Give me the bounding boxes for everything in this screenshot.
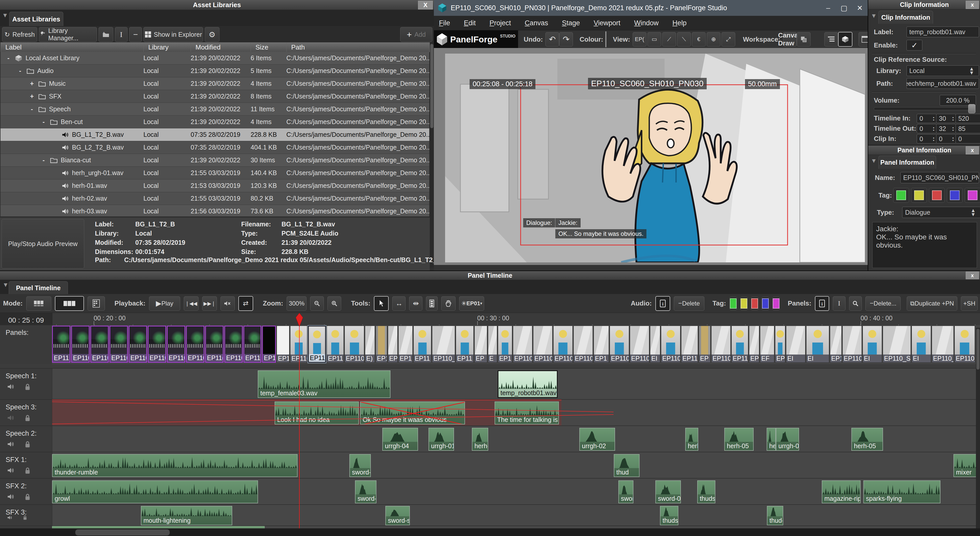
audio-clip[interactable]: herh [685, 428, 698, 451]
panel-thumbnail[interactable]: EP110 [553, 326, 573, 363]
panel-thumbnail[interactable]: EP110( [345, 326, 364, 363]
tab-panel-information[interactable]: Panel Information [878, 156, 936, 169]
panel-thumbnail[interactable]: EP11 [262, 326, 276, 363]
audio-clip[interactable]: thud [614, 454, 640, 477]
panel-thumbnail[interactable]: EP110 [243, 326, 261, 363]
audio-clip[interactable]: sword-01 [655, 480, 681, 503]
zoom-in-button[interactable] [328, 296, 341, 311]
menu-canvas[interactable]: Canvas [525, 19, 548, 27]
track-mute-icon[interactable] [7, 383, 14, 391]
mode-grid-button[interactable] [88, 296, 105, 311]
panels-rename-button[interactable]: I [833, 296, 845, 311]
panel-thumbnail[interactable]: E [488, 326, 497, 363]
table-row[interactable]: herh_urgh-01.wav Local21:55 03/03/201914… [0, 167, 429, 180]
panel-thumbnail[interactable]: EP1 [277, 326, 290, 363]
audio-clip[interactable]: her [767, 428, 776, 451]
asset-vertical-scrollbar[interactable] [430, 42, 434, 267]
table-row[interactable]: herh-01.wav Local21:53 03/03/2019120.3 K… [0, 180, 429, 192]
tab-panel-timeline[interactable]: Panel Timeline [9, 281, 68, 294]
zoom-out-button[interactable] [310, 296, 324, 311]
track-lock-icon[interactable] [24, 415, 30, 421]
playhead-line[interactable] [299, 313, 300, 528]
table-row[interactable]: BG_L2_T2_B.wav Local07:35 28/02/2019404.… [0, 141, 429, 154]
panel-type-select[interactable]: Dialogue▲▼ [902, 207, 980, 218]
menu-file[interactable]: File [439, 19, 450, 27]
table-row[interactable]: +SFX Local21:39 20/02/20228 ItemsC:/User… [0, 90, 429, 103]
menu-edit[interactable]: Edit [464, 19, 476, 27]
audio-clip[interactable]: urrgh-04 [382, 428, 418, 451]
track-lane[interactable]: urrgh-04urrgh-01herh-0urrgh-02herhherh-0… [52, 426, 980, 452]
audio-clip[interactable]: thunder-rumble [52, 454, 298, 477]
panel-thumbnail[interactable]: EI [862, 326, 882, 363]
menu-project[interactable]: Project [490, 19, 511, 27]
mode-timeline-button[interactable] [55, 296, 84, 311]
rename-button[interactable]: I [115, 27, 127, 42]
view-flip-v-icon[interactable]: ⟍ [677, 32, 691, 46]
asset-settings-button[interactable]: ⚙ [205, 27, 220, 42]
tab-clip-information[interactable]: Clip Information [878, 11, 933, 24]
clip-enable-checkbox[interactable]: ✓ [907, 40, 922, 51]
panel-thumbnail[interactable]: EP11 [414, 326, 431, 363]
panel-thumbnail[interactable]: EP11 [681, 326, 698, 363]
panel-thumbnail[interactable]: EP110 [711, 326, 731, 363]
tag-color-button-0[interactable] [893, 188, 909, 203]
panels-delete-button[interactable]: − Delete... [865, 296, 900, 311]
storyboard-canvas[interactable]: 00:25:08 - 00:25:18 EP110_SC060_SH010_PN… [445, 54, 865, 262]
timeline-tag-button-4[interactable] [773, 297, 780, 310]
volume-slider-track[interactable] [874, 107, 975, 110]
panel-thumbnail[interactable]: EF [760, 326, 774, 363]
tool-ripple-button[interactable]: ⇹ [409, 296, 422, 311]
tag-color-button-2[interactable] [929, 188, 945, 203]
panel-thumbnail[interactable]: EI [806, 326, 829, 363]
panel-thumbnail[interactable]: EP110_ [110, 326, 128, 363]
panel-thumbnail[interactable]: EP110 [610, 326, 629, 363]
table-row[interactable]: -Local Asset Library Local21:39 20/02/20… [0, 52, 429, 65]
panel-thumbnail[interactable]: EP110_S [90, 326, 109, 363]
skip-end-button[interactable]: ▶▶❘ [202, 296, 217, 311]
panel-thumbnail[interactable]: EP110_SC060 [883, 326, 911, 363]
audio-delete-button[interactable]: − Delete [674, 296, 704, 311]
column-header-library[interactable]: Library [144, 43, 191, 52]
volume-slider-thumb[interactable] [968, 104, 975, 113]
view-panel-id-icon[interactable]: EP( [633, 32, 646, 46]
panel-thumbnail[interactable]: EP1 [398, 326, 413, 363]
panel-info-close-button[interactable]: x [966, 146, 979, 154]
asset-panel-close-button[interactable]: X [418, 1, 433, 10]
redo-button[interactable]: ↷ [559, 32, 573, 46]
panel-thumbnail[interactable]: EP110 [186, 326, 204, 363]
audio-clip[interactable]: sword-slic [385, 506, 410, 525]
audio-clip[interactable]: herh-05 [724, 428, 754, 451]
audio-clip[interactable]: thuds [660, 506, 678, 525]
table-row[interactable]: herh-02.wav Local21:55 03/03/201980.2 KB… [0, 192, 429, 205]
panel-thumbnail[interactable]: EP110_S [842, 326, 862, 363]
panels-find-button[interactable] [849, 296, 862, 311]
mute-button[interactable] [221, 296, 235, 311]
audio-clip[interactable]: Look I had no idea [275, 401, 359, 425]
panel-thumbnail[interactable]: EP11 [732, 326, 748, 363]
refresh-button[interactable]: ↻Refresh [2, 27, 37, 42]
track-mute-icon[interactable] [7, 441, 14, 448]
audio-clip[interactable]: The time for talking is over [495, 401, 559, 425]
collapse-triangle-icon[interactable]: ▼ [3, 281, 9, 288]
audio-clip[interactable]: Ok So maybe it waas obvious [360, 401, 465, 425]
panel-thumbnail[interactable]: EP1 [498, 326, 512, 363]
panel-thumbnail[interactable]: EP110 [573, 326, 593, 363]
panel-thumbnail[interactable]: EP110 [129, 326, 147, 363]
audio-info-button[interactable]: i [655, 296, 670, 311]
track-lane[interactable]: growlsword-0sworsword-01thudsmagazine-ri… [52, 479, 980, 505]
track-lane[interactable]: mouth-lighteningsword-slicthudsthud- [52, 505, 980, 526]
panel-thumbnail[interactable]: EP11 [749, 326, 759, 363]
colour-swatch[interactable] [605, 32, 606, 47]
panel-thumbnail[interactable]: EP110 [513, 326, 532, 363]
track-lane[interactable]: thunder-rumblesword-0thudmixer [52, 452, 980, 479]
panel-thumbnail[interactable]: EP11 [456, 326, 474, 363]
time-field[interactable]: 85 [956, 124, 980, 133]
playhead-marker[interactable] [295, 313, 304, 327]
clip-library-select[interactable]: Local▲▼ [907, 65, 979, 76]
maximize-button[interactable]: ▢ [836, 0, 852, 16]
track-mute-icon[interactable] [7, 415, 14, 421]
clip-path-input[interactable]: o/Speech/temp_robotb01.wav [907, 78, 979, 89]
table-row[interactable]: -Audio Local21:39 20/02/20225 ItemsC:/Us… [0, 65, 429, 77]
panel-thumbnail[interactable]: EP [699, 326, 711, 363]
tool-hand-button[interactable] [441, 296, 455, 311]
